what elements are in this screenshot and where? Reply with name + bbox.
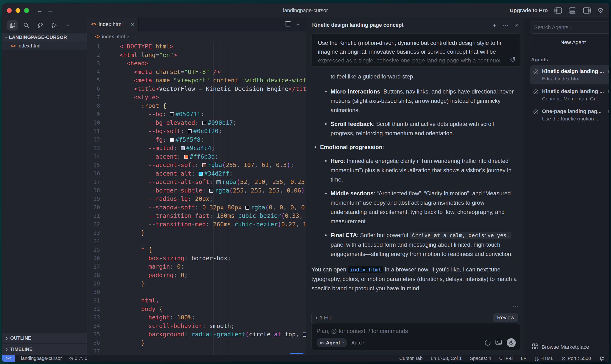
code-line[interactable]: 34 scroll-behavior: smooth; xyxy=(87,322,306,330)
agent-list-item[interactable]: Kinetic design landing ...Concept: Momen… xyxy=(530,85,609,104)
language-mode-status[interactable]: { }⊘ HTML xyxy=(535,356,554,361)
user-prompt-quote[interactable]: Use the Kinetic (motion-driven, dynamic … xyxy=(311,33,520,66)
close-tab-icon[interactable]: × xyxy=(131,21,134,28)
code-line[interactable]: 4 <meta charset="UTF-8" /> xyxy=(87,68,306,76)
code-line[interactable]: 37 xyxy=(87,347,306,355)
timeline-section[interactable]: › TIMELINE xyxy=(2,343,87,355)
code-line[interactable]: 31 html, xyxy=(87,296,306,305)
search-agents-input[interactable] xyxy=(530,21,609,34)
code-line[interactable]: 13 --muted: #9ca4c4; xyxy=(87,144,306,152)
code-line[interactable]: 19 --radius-lg: 20px; xyxy=(87,195,306,203)
toggle-right-panel-icon[interactable] xyxy=(583,7,591,13)
editor-more-actions-icon[interactable]: ⋯ xyxy=(297,22,301,26)
tab-index-html[interactable]: <> index.html × xyxy=(87,18,139,31)
split-editor-icon[interactable] xyxy=(285,21,292,28)
agent-list-item[interactable]: Kinetic design landing ...Edited index.h… xyxy=(530,65,609,84)
code-line[interactable]: 7 <style> xyxy=(87,93,306,102)
encoding-status[interactable]: UTF-8 xyxy=(499,356,513,361)
settings-gear-icon[interactable]: ⚙ xyxy=(598,7,603,14)
attach-image-icon[interactable] xyxy=(495,339,502,346)
outline-section[interactable]: › OUTLINE xyxy=(2,332,87,343)
code-line[interactable]: 5 <meta name="viewport" content="width=d… xyxy=(87,76,306,85)
breadcrumb[interactable]: <> index.html › ... xyxy=(87,31,306,42)
review-button[interactable]: Review xyxy=(493,313,518,322)
file-item-index-html[interactable]: <> index.html xyxy=(2,41,87,50)
code-line[interactable]: 32 body { xyxy=(87,305,306,313)
browse-marketplace-button[interactable]: Browse Marketplace xyxy=(530,343,609,351)
code-line[interactable]: 25 * { xyxy=(87,246,306,254)
expand-files-chevron-icon[interactable]: › xyxy=(316,315,317,321)
code-line[interactable]: 20 --shadow-soft: 0 32px 80px rgba(0, 0,… xyxy=(87,203,306,212)
code-line[interactable]: 26 box-sizing: border-box; xyxy=(87,254,306,263)
toggle-bottom-panel-icon[interactable] xyxy=(569,7,576,13)
indentation-status[interactable]: Spaces: 4 xyxy=(470,356,491,361)
code-line[interactable]: 9 --bg: #050711; xyxy=(87,110,306,118)
editor-horizontal-scrollbar-thumb[interactable] xyxy=(290,353,303,354)
inline-code-file-link[interactable]: index.html xyxy=(348,266,383,273)
code-line[interactable]: 33 height: 100%; xyxy=(87,313,306,322)
toggle-left-panel-icon[interactable] xyxy=(554,7,562,13)
code-line[interactable]: 16 --accent-alt: #34d2ff; xyxy=(87,169,306,178)
chat-more-actions-icon[interactable]: ⋯ xyxy=(502,22,509,29)
project-root-folder[interactable]: › LANDINGPAGE-CURSOR xyxy=(2,33,87,41)
code-editor[interactable]: 1<!DOCTYPE html>2<html lang="en">3 <head… xyxy=(87,42,306,355)
notifications-bell-icon[interactable] xyxy=(599,356,604,361)
code-line[interactable]: 22 --transition-med: 260ms cubic-bezier(… xyxy=(87,220,306,229)
code-line[interactable]: 24 xyxy=(87,237,306,246)
agent-mode-selector[interactable]: ∞ Agent › xyxy=(317,338,347,347)
agent-list-item[interactable]: One-page landing pag...Use the Kinetic (… xyxy=(530,105,609,125)
code-line[interactable]: 17 --accent-alt-soft: rgba(52, 210, 255,… xyxy=(87,178,306,186)
code-line[interactable]: 21 --transition-fast: 180ms cubic-bezier… xyxy=(87,212,306,220)
zoom-window-button[interactable] xyxy=(24,8,29,13)
back-icon[interactable]: ← xyxy=(37,7,43,14)
problems-indicator[interactable]: ⊘ 0 ⚠ 0 xyxy=(69,356,87,361)
close-window-button[interactable] xyxy=(7,8,12,13)
chat-input-placeholder[interactable]: Plan, @ for context, / for commands xyxy=(317,328,516,334)
explorer-files-icon[interactable] xyxy=(7,20,18,30)
code-line[interactable]: 30 xyxy=(87,288,306,297)
remote-indicator-button[interactable]: >< xyxy=(2,355,15,362)
code-line[interactable]: 36 } xyxy=(87,339,306,347)
new-agent-button[interactable]: New Agent xyxy=(530,37,609,48)
editor-scrollbar[interactable] xyxy=(299,42,299,355)
cursor-tab-status[interactable]: Cursor Tab xyxy=(399,356,423,361)
workspace-name[interactable]: landingpage-cursor xyxy=(21,356,62,361)
new-chat-icon[interactable]: + xyxy=(493,22,496,29)
message-more-actions-icon[interactable]: ⋯ xyxy=(512,302,518,310)
chat-message-scroll[interactable]: Use the Kinetic (motion-driven, dynamic … xyxy=(306,32,525,312)
code-line[interactable]: 1<!DOCTYPE html> xyxy=(87,42,306,51)
code-line[interactable]: 23 } xyxy=(87,229,306,237)
line-col-status[interactable]: Ln 1768, Col 1 xyxy=(431,356,462,361)
code-line[interactable]: 6 <title>VectorFlow — Kinetic Decision E… xyxy=(87,85,306,93)
run-debug-icon[interactable] xyxy=(49,20,59,30)
more-views-chevron-icon[interactable]: › xyxy=(63,20,73,30)
live-server-port-status[interactable]: ⊘ Port : 5500 xyxy=(562,356,591,361)
restore-checkpoint-icon[interactable]: ↺ xyxy=(510,55,516,64)
changed-files-row[interactable]: › 1 File Review xyxy=(311,312,520,323)
code-line[interactable]: 12 --fg: #f5f5f8; xyxy=(87,135,306,144)
eol-status[interactable]: LF xyxy=(521,356,526,361)
code-line[interactable]: 3 <head> xyxy=(87,59,306,68)
code-line[interactable]: 27 margin: 0; xyxy=(87,262,306,271)
source-control-icon[interactable] xyxy=(35,20,45,30)
code-line[interactable]: 28 padding: 0; xyxy=(87,271,306,280)
code-line[interactable]: 10 --bg-elevated: #090b17; xyxy=(87,118,306,127)
code-line[interactable]: 2<html lang="en"> xyxy=(87,51,306,59)
minimize-window-button[interactable] xyxy=(15,8,20,13)
code-line[interactable]: 15 --accent-soft: rgba(255, 107, 61, 0.3… xyxy=(87,161,306,169)
code-line[interactable]: 11 --bg-soft: #0c0f20; xyxy=(87,127,306,135)
chat-input-box[interactable]: Plan, @ for context, / for commands ∞ Ag… xyxy=(311,323,520,351)
code-line[interactable]: 8 :root { xyxy=(87,102,306,110)
close-chat-icon[interactable]: × xyxy=(515,22,518,29)
upgrade-to-pro-button[interactable]: Upgrade to Pro xyxy=(510,7,548,13)
code-line[interactable]: 35 background: radial-gradient(circle at… xyxy=(87,330,306,339)
search-icon[interactable] xyxy=(21,20,31,30)
code-line[interactable]: 29 } xyxy=(87,279,306,288)
voice-input-button[interactable] xyxy=(507,338,516,347)
breadcrumb-file[interactable]: index.html xyxy=(102,34,125,39)
code-line[interactable]: 18 --border-subtle: rgba(255, 255, 255, … xyxy=(87,186,306,195)
forward-icon[interactable]: → xyxy=(47,7,53,14)
breadcrumb-tail[interactable]: ... xyxy=(131,34,135,39)
code-line[interactable]: 14 --accent: #ff6b3d; xyxy=(87,152,306,161)
model-selector[interactable]: Auto › xyxy=(351,340,365,346)
